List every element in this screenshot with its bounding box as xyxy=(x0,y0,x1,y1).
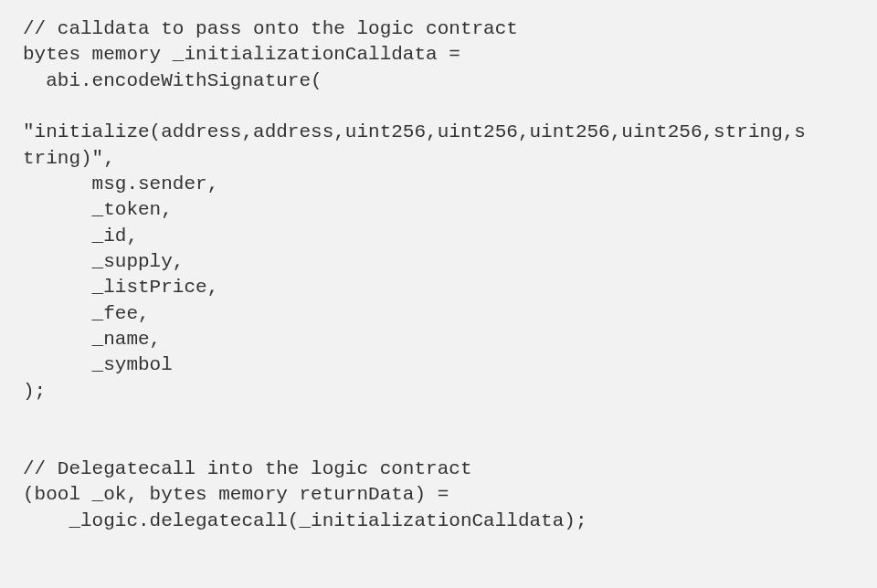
code-line: _name, xyxy=(23,329,161,350)
code-line: msg.sender, xyxy=(23,173,218,194)
code-line: // calldata to pass onto the logic contr… xyxy=(23,18,518,39)
code-block: // calldata to pass onto the logic contr… xyxy=(0,0,877,588)
code-line: _symbol xyxy=(23,354,173,375)
code-line: bytes memory _initializationCalldata = xyxy=(23,44,460,65)
code-line: _logic.delegatecall(_initializationCalld… xyxy=(23,510,587,531)
code-line: abi.encodeWithSignature( xyxy=(23,70,322,91)
code-line: ); xyxy=(23,381,46,402)
code-line: "initialize(address,address,uint256,uint… xyxy=(23,121,806,142)
code-line: _id, xyxy=(23,226,138,247)
code-line: // Delegatecall into the logic contract xyxy=(23,458,471,479)
code-line: _token, xyxy=(23,199,173,220)
code-line: tring)", xyxy=(23,148,115,169)
code-line: _fee, xyxy=(23,303,150,324)
code-line: _listPrice, xyxy=(23,277,218,298)
code-line: _supply, xyxy=(23,251,184,272)
code-line: (bool _ok, bytes memory returnData) = xyxy=(23,484,449,505)
